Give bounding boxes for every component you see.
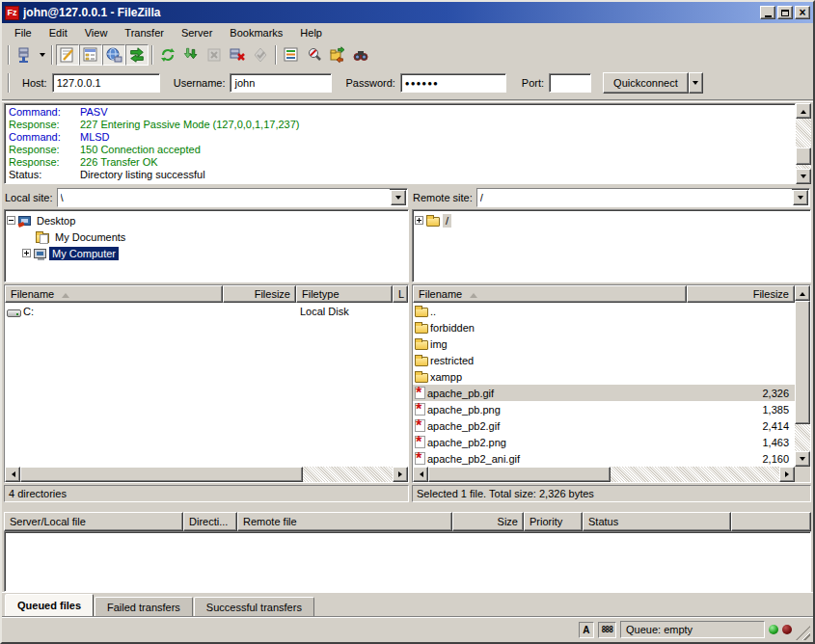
collapse-icon[interactable] [7,216,15,225]
menu-item-edit[interactable]: Edit [41,25,76,40]
menu-item-file[interactable]: File [6,25,41,40]
scroll-left-button[interactable] [5,467,20,482]
remote-file-row[interactable]: apache_pb2.gif2,414 [413,417,795,434]
scroll-down-button[interactable] [795,451,810,467]
scroll-track[interactable] [795,301,810,451]
minimize-icon [765,15,772,17]
tree-item-my-documents[interactable]: My Documents [22,228,406,245]
toggle-message-log-button[interactable] [56,44,79,66]
remote-site-dropdown-button[interactable] [793,190,808,205]
scroll-track[interactable] [796,119,811,169]
queue-column-server-local-file[interactable]: Server/Local file [4,512,183,531]
remote-file-row[interactable]: apache_pb2_ani.gif2,160 [413,450,795,467]
queue-column-status[interactable]: Status [583,512,731,531]
remote-file-row[interactable]: img [413,335,795,352]
image-file-icon [415,387,425,399]
remote-file-row[interactable]: restricted [413,352,795,368]
chevron-down-icon [693,81,698,88]
remote-file-row-selected[interactable]: apache_pb.gif2,326 [413,385,795,401]
queue-column-direction[interactable]: Directi... [183,512,237,531]
column-header-last-modified[interactable]: L [393,285,408,303]
directory-comparison-button[interactable] [303,44,326,66]
queue-tab-bar: Queued files Failed transfers Successful… [2,592,813,616]
close-button[interactable] [795,6,810,19]
reconnect-button[interactable] [249,44,272,66]
toggle-local-tree-button[interactable] [79,44,102,66]
scroll-thumb[interactable] [428,467,611,482]
maximize-button[interactable] [777,6,793,19]
scroll-right-button[interactable] [393,467,408,482]
sort-ascending-icon [62,289,69,298]
quickconnect-dropdown-button[interactable] [689,72,703,94]
scroll-thumb[interactable] [796,148,811,165]
scroll-track[interactable] [20,467,393,482]
expand-icon[interactable] [22,249,31,257]
title-bar[interactable]: Fz john@127.0.0.1 - FileZilla [2,2,813,23]
menu-item-help[interactable]: Help [291,25,331,40]
queue-status-panel: Queue: empty [620,621,765,638]
menu-item-transfer[interactable]: Transfer [116,25,173,40]
scroll-thumb[interactable] [795,301,810,424]
resize-grip[interactable] [796,626,810,640]
cancel-button[interactable] [203,44,226,66]
local-site-input[interactable] [58,189,390,206]
remote-file-row[interactable]: xampp [413,368,795,385]
remote-file-row[interactable]: .. [413,303,795,319]
site-manager-dropdown-button[interactable] [36,44,48,66]
column-header-filename[interactable]: Filename [5,285,223,303]
tree-item-desktop[interactable]: Desktop [7,212,406,228]
toggle-remote-tree-button[interactable] [102,44,125,66]
quickconnect-button[interactable]: Quickconnect [603,72,689,94]
tab-failed-transfers[interactable]: Failed transfers [95,597,193,616]
synchronized-browsing-button[interactable] [326,44,349,66]
scroll-down-button[interactable] [796,169,811,184]
column-header-filename[interactable]: Filename [413,285,687,303]
local-file-row[interactable]: C: Local Disk [5,303,408,319]
scroll-up-button[interactable] [796,103,811,119]
process-queue-button[interactable] [179,44,203,66]
column-header-filesize[interactable]: Filesize [223,285,296,303]
port-input[interactable] [549,73,591,93]
queue-column-remote-file[interactable]: Remote file [237,512,452,531]
scroll-up-button[interactable] [795,285,810,301]
remote-file-row[interactable]: forbidden [413,319,795,335]
toggle-transfer-queue-button[interactable] [125,44,149,66]
find-files-icon [352,46,369,64]
filter-button[interactable] [280,44,303,66]
minimize-button[interactable] [760,6,775,19]
local-site-combo[interactable] [57,188,408,207]
tab-queued-files[interactable]: Queued files [5,594,94,616]
host-input[interactable] [52,73,160,93]
scroll-thumb[interactable] [20,467,303,482]
username-input[interactable] [230,73,332,93]
site-manager-button[interactable] [13,44,36,66]
tab-successful-transfers[interactable]: Successful transfers [194,597,314,616]
file-name: restricted [430,355,474,366]
column-header-filesize[interactable]: Filesize [687,285,795,303]
find-files-button[interactable] [349,44,372,66]
arrow-up-icon [801,107,806,114]
menu-item-view[interactable]: View [76,25,117,40]
tree-item-my-computer[interactable]: My Computer [22,245,406,261]
tree-item-root[interactable]: / [415,212,808,228]
menu-item-bookmarks[interactable]: Bookmarks [221,25,291,40]
column-header-filetype[interactable]: Filetype [296,285,393,303]
menu-item-server[interactable]: Server [173,25,221,40]
remote-site-combo[interactable] [476,188,810,207]
remote-file-row[interactable]: apache_pb2.png1,463 [413,434,795,450]
remote-file-row[interactable]: apache_pb.png1,385 [413,401,795,417]
password-input[interactable] [400,73,506,93]
expand-icon[interactable] [415,216,423,225]
scroll-right-button[interactable] [779,467,795,482]
queue-column-size[interactable]: Size [452,512,524,531]
scroll-left-button[interactable] [413,467,428,482]
scroll-track[interactable] [428,467,779,482]
local-site-dropdown-button[interactable] [391,190,406,205]
refresh-button[interactable] [156,44,179,66]
disconnect-button[interactable] [226,44,249,66]
queue-column-priority[interactable]: Priority [524,512,583,531]
remote-site-input[interactable] [477,189,792,206]
log-label: Response: [9,156,80,169]
datatype-indicator-icon: A [579,622,593,638]
message-log-body: Command:PASV Response:227 Entering Passi… [4,103,796,184]
